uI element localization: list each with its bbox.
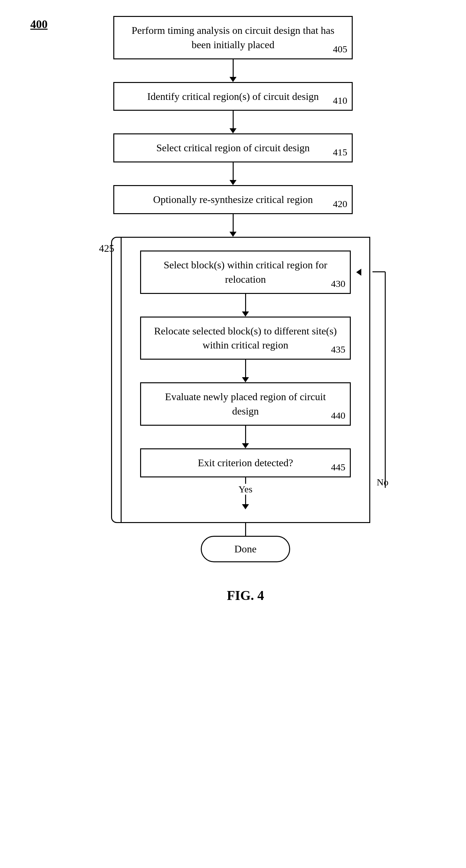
- box-430: Select block(s) within critical region f…: [140, 250, 351, 294]
- line-v: [233, 162, 234, 180]
- line-v: [245, 294, 246, 311]
- box-420-number: 420: [333, 197, 347, 211]
- box-435-text: Relocate selected block(s) to different …: [154, 325, 337, 351]
- arrowhead: [229, 232, 237, 237]
- box-415: Select critical region of circuit design…: [113, 133, 353, 162]
- box-430-number: 430: [331, 277, 345, 290]
- arrow-loop-done: [245, 523, 246, 536]
- box-405: Perform timing analysis on circuit desig…: [113, 16, 353, 59]
- no-feedback-arrow: [369, 238, 389, 522]
- diagram-label-400: 400: [30, 18, 48, 31]
- loop-left-bracket: [111, 237, 121, 523]
- fig-caption: FIG. 4: [227, 588, 264, 603]
- box-440-text: Evaluate newly placed region of circuit …: [165, 391, 326, 417]
- line-v: [245, 360, 246, 377]
- line-v: [233, 111, 234, 128]
- box-405-text: Perform timing analysis on circuit desig…: [131, 25, 334, 51]
- box-445-text: Exit criterion detected?: [198, 457, 293, 468]
- line-v: [245, 523, 246, 536]
- arrow-420-loop: [229, 214, 237, 237]
- arrow-440-445: [242, 426, 249, 448]
- done-oval-wrapper: Done: [201, 536, 290, 562]
- arrow-430-435: [242, 294, 249, 316]
- box-405-number: 405: [333, 42, 347, 56]
- arrowhead: [242, 504, 249, 509]
- no-arrow-head-into-430: [356, 269, 361, 276]
- box-435-number: 435: [331, 343, 345, 356]
- box-435: Relocate selected block(s) to different …: [140, 316, 351, 360]
- arrow-435-440: [242, 360, 249, 382]
- box-415-number: 415: [333, 146, 347, 159]
- line-v: [245, 477, 246, 484]
- arrowhead: [229, 77, 237, 82]
- box-430-text: Select block(s) within critical region f…: [164, 259, 328, 285]
- flowchart: Perform timing analysis on circuit desig…: [89, 16, 377, 603]
- box-420: Optionally re-synthesize critical region…: [113, 185, 353, 214]
- box-445-number: 445: [331, 461, 345, 474]
- arrowhead: [229, 180, 237, 185]
- yes-label: Yes: [239, 484, 252, 495]
- arrowhead: [229, 128, 237, 133]
- line-v: [233, 59, 234, 77]
- arrow-405-410: [229, 59, 237, 82]
- arrow-410-415: [229, 111, 237, 133]
- line-v: [245, 426, 246, 443]
- arrowhead: [242, 377, 249, 382]
- arrowhead-left: [356, 269, 361, 276]
- oval-done-text: Done: [234, 543, 256, 555]
- box-440: Evaluate newly placed region of circuit …: [140, 382, 351, 426]
- loop-inner-box: Select block(s) within critical region f…: [121, 237, 370, 523]
- arrowhead: [242, 443, 249, 448]
- box-410-number: 410: [333, 94, 347, 107]
- box-415-text: Select critical region of circuit design: [156, 142, 310, 154]
- box-410: Identify critical region(s) of circuit d…: [113, 82, 353, 111]
- oval-done: Done: [201, 536, 290, 562]
- box-410-text: Identify critical region(s) of circuit d…: [147, 91, 319, 102]
- box-440-number: 440: [331, 409, 345, 422]
- box-420-text: Optionally re-synthesize critical region: [153, 194, 313, 205]
- diagram-container: 400 Perform timing analysis on circuit d…: [0, 0, 466, 868]
- arrowhead: [242, 311, 249, 316]
- line-v: [233, 214, 234, 232]
- yes-connector: Yes: [239, 477, 252, 509]
- line-v: [245, 495, 246, 504]
- arrow-415-420: [229, 162, 237, 185]
- loop-container: 425 Select block(s) within critical regi…: [96, 237, 370, 523]
- box-445: Exit criterion detected? 445: [140, 448, 351, 477]
